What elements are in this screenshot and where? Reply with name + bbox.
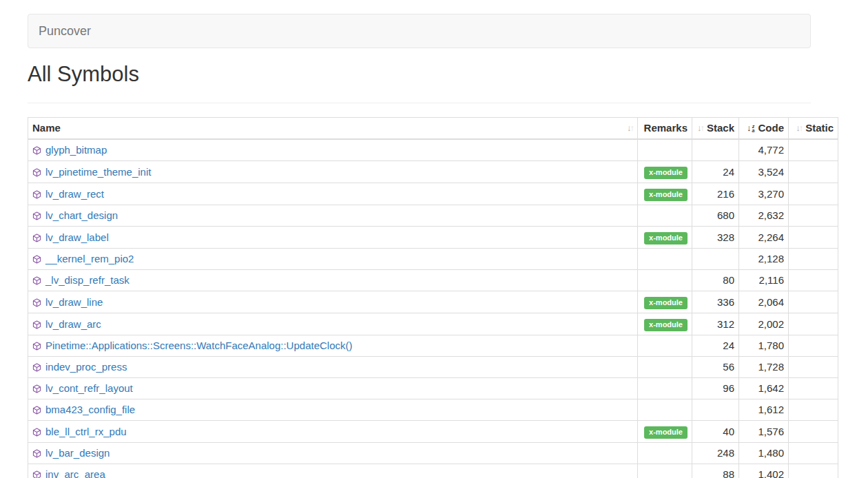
code-value-cell: 2,116 [739,270,789,291]
page-title: All Symbols [28,62,840,87]
cube-icon [32,255,41,264]
column-header-stack[interactable]: ↓↑ Stack [692,118,739,140]
remarks-cell [638,464,692,478]
cube-icon [32,276,41,285]
column-label-stack: Stack [707,121,734,135]
symbol-name-cell: glyph_bitmap [28,139,638,161]
navbar-brand-link[interactable]: Puncover [28,24,101,39]
symbol-link[interactable]: bma423_config_file [45,404,135,415]
symbol-link[interactable]: lv_pinetime_theme_init [45,166,151,178]
symbol-name-cell: indev_proc_press [28,357,638,378]
symbol-link[interactable]: inv_arc_area [45,468,105,478]
stack-value-cell: 216 [692,183,739,205]
column-header-remarks: Remarks [638,118,692,140]
stack-value-cell: 24 [692,161,739,183]
cube-icon [32,168,41,177]
cube-icon [32,211,41,220]
symbol-name-cell: ble_ll_ctrl_rx_pdu [28,421,638,443]
symbol-name-cell: lv_draw_arc [28,313,638,335]
static-value-cell [789,161,838,183]
stack-value-cell: 24 [692,335,739,357]
remarks-cell: x-module [638,421,692,443]
column-header-name[interactable]: Name ↓↑ [28,118,638,140]
stack-value-cell: 80 [692,270,739,291]
remarks-cell [638,399,692,421]
symbol-link[interactable]: lv_draw_arc [45,318,101,330]
table-header-row: Name ↓↑ Remarks ↓↑ Stack [28,118,838,140]
code-value-cell: 1,728 [739,357,789,378]
symbol-link[interactable]: Pinetime::Applications::Screens::WatchFa… [45,340,352,351]
static-value-cell [789,335,838,357]
table-row: Pinetime::Applications::Screens::WatchFa… [28,335,838,357]
code-value-cell: 2,128 [739,249,789,270]
code-value-cell: 2,064 [739,291,789,313]
symbol-link[interactable]: lv_chart_design [45,209,118,221]
x-module-badge: x-module [644,319,688,331]
code-value-cell: 1,612 [739,399,789,421]
stack-value-cell: 248 [692,443,739,464]
column-label-static: Static [805,121,834,135]
stack-value-cell: 336 [692,291,739,313]
column-header-static[interactable]: ↓↑ Static [789,118,838,140]
static-value-cell [789,183,838,205]
stack-value-cell: 328 [692,227,739,249]
stack-value-cell [692,399,739,421]
sort-both-icon: ↓↑ [796,121,802,135]
symbol-link[interactable]: lv_bar_design [45,447,110,459]
static-value-cell [789,399,838,421]
code-value-cell: 1,402 [739,464,789,478]
symbol-link[interactable]: _lv_disp_refr_task [45,274,130,286]
stack-value-cell: 96 [692,378,739,399]
table-row: lv_draw_labelx-module3282,264 [28,227,838,249]
remarks-cell [638,335,692,357]
symbol-name-cell: __kernel_rem_pio2 [28,249,638,270]
column-header-code[interactable]: ↓za Code [739,118,789,140]
table-row: lv_cont_refr_layout961,642 [28,378,838,399]
x-module-badge: x-module [644,426,688,439]
static-value-cell [789,291,838,313]
symbol-link[interactable]: __kernel_rem_pio2 [45,253,134,264]
remarks-cell [638,249,692,270]
remarks-cell [638,357,692,378]
table-row: lv_draw_rectx-module2163,270 [28,183,838,205]
symbol-name-cell: lv_draw_line [28,291,638,313]
symbol-name-cell: bma423_config_file [28,399,638,421]
symbol-link[interactable]: lv_draw_label [45,231,109,243]
symbol-link[interactable]: lv_draw_line [45,296,103,308]
cube-icon [32,298,41,307]
sort-both-icon: ↓↑ [697,121,703,135]
remarks-cell [638,205,692,227]
symbol-link[interactable]: lv_cont_refr_layout [45,382,133,394]
table-row: indev_proc_press561,728 [28,357,838,378]
table-row: lv_draw_arcx-module3122,002 [28,313,838,335]
code-value-cell: 1,642 [739,378,789,399]
symbol-name-cell: _lv_disp_refr_task [28,270,638,291]
table-row: __kernel_rem_pio22,128 [28,249,838,270]
code-value-cell: 4,772 [739,139,789,161]
cube-icon [32,233,41,242]
code-value-cell: 1,576 [739,421,789,443]
cube-icon [32,428,41,437]
symbol-name-cell: lv_pinetime_theme_init [28,161,638,183]
cube-icon [32,449,41,458]
symbol-link[interactable]: indev_proc_press [45,361,127,373]
symbol-link[interactable]: ble_ll_ctrl_rx_pdu [45,426,127,437]
table-row: ble_ll_ctrl_rx_pdux-module401,576 [28,421,838,443]
sort-desc-icon: ↓za [747,121,754,135]
table-row: lv_pinetime_theme_initx-module243,524 [28,161,838,183]
column-label-code: Code [758,121,785,135]
symbol-name-cell: lv_bar_design [28,443,638,464]
code-value-cell: 2,264 [739,227,789,249]
remarks-cell [638,270,692,291]
stack-value-cell: 56 [692,357,739,378]
symbols-table: Name ↓↑ Remarks ↓↑ Stack [28,117,838,478]
code-value-cell: 2,002 [739,313,789,335]
cube-icon [32,146,41,155]
symbol-link[interactable]: glyph_bitmap [45,144,107,156]
remarks-cell [638,378,692,399]
static-value-cell [789,357,838,378]
static-value-cell [789,464,838,478]
symbol-link[interactable]: lv_draw_rect [45,188,104,200]
stack-value-cell [692,249,739,270]
static-value-cell [789,249,838,270]
